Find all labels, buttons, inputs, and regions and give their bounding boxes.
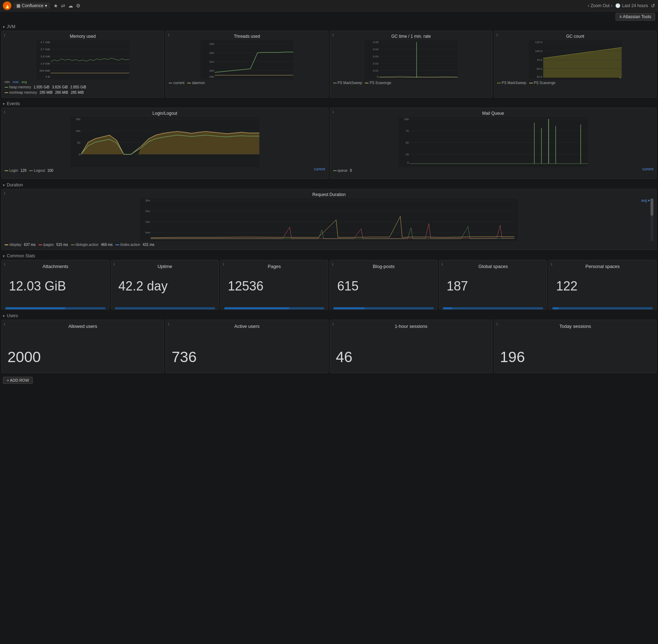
atlassian-tools-button[interactable]: ≡ Atlassian Tools bbox=[616, 13, 656, 21]
svg-rect-12 bbox=[200, 40, 293, 79]
jvm-section-header[interactable]: ▾ JVM bbox=[0, 22, 658, 31]
gc-time-info-icon[interactable]: ℹ bbox=[332, 33, 334, 37]
svg-text:25: 25 bbox=[405, 153, 409, 156]
mail-info-icon[interactable]: ℹ bbox=[332, 110, 334, 114]
threads-used-title: Threads used bbox=[169, 34, 325, 39]
refresh-button[interactable]: ↺ bbox=[651, 3, 655, 9]
duration-chart: 30s 20s 10s 0ns bbox=[5, 199, 653, 241]
hour-sessions-title: 1-hour sessions bbox=[334, 324, 489, 329]
gc-time-panel: ℹ GC time / 1 min. rate 0.05 0.04 0.03 0… bbox=[330, 31, 493, 98]
uptime-title: Uptime bbox=[115, 264, 215, 269]
personal-spaces-info-icon[interactable]: ℹ bbox=[551, 262, 552, 266]
duration-avg-button[interactable]: avg ▾ bbox=[641, 199, 650, 202]
zoom-out-label: Zoom Out bbox=[591, 3, 609, 8]
global-spaces-value: 187 bbox=[443, 279, 543, 294]
svg-text:75 K: 75 K bbox=[536, 58, 542, 62]
svg-text:0: 0 bbox=[79, 153, 81, 156]
gc-count-legend: PS MarkSweep PS Scavenge bbox=[497, 81, 653, 85]
duration-legend: /display 637 ms /pages 515 ms /dologin.a… bbox=[5, 243, 653, 247]
index-legend-label: /index.action bbox=[120, 243, 140, 247]
star-icon[interactable]: ★ bbox=[53, 3, 58, 9]
atlassian-bar: ≡ Atlassian Tools bbox=[0, 11, 658, 22]
events-section-label: Events bbox=[7, 101, 20, 106]
svg-rect-22 bbox=[365, 40, 458, 79]
active-users-value: 736 bbox=[169, 349, 324, 366]
svg-text:125 K: 125 K bbox=[535, 41, 543, 44]
pages-info-icon[interactable]: ℹ bbox=[223, 262, 224, 266]
duration-info-icon[interactable]: ℹ bbox=[4, 191, 5, 195]
attachments-info-icon[interactable]: ℹ bbox=[4, 262, 5, 266]
pages-title: Pages bbox=[224, 264, 325, 269]
personal-spaces-bar bbox=[552, 307, 653, 309]
gc-count-info-icon[interactable]: ℹ bbox=[496, 33, 498, 37]
users-panels-row: ℹ Allowed users 2000 ℹ Active users 736 … bbox=[0, 320, 658, 375]
attachments-panel: ℹ Attachments 12.03 GiB bbox=[1, 260, 109, 310]
svg-text:3.7 GiB: 3.7 GiB bbox=[40, 48, 50, 51]
time-range-picker[interactable]: 🕐 Last 24 hours bbox=[615, 3, 648, 8]
svg-text:30s: 30s bbox=[146, 199, 150, 202]
duration-section-header[interactable]: ▾ Duration bbox=[0, 180, 658, 189]
display-legend-label: /display bbox=[9, 243, 21, 247]
allowed-users-panel: ℹ Allowed users 2000 bbox=[1, 320, 164, 373]
users-section-header[interactable]: ▾ Users bbox=[0, 311, 658, 320]
blogposts-bar bbox=[333, 307, 434, 309]
memory-info-icon[interactable]: ℹ bbox=[4, 33, 5, 37]
common-stats-section-label: Common Stats bbox=[7, 253, 35, 258]
global-spaces-info-icon[interactable]: ℹ bbox=[442, 262, 443, 266]
svg-text:310: 310 bbox=[209, 60, 214, 63]
svg-text:0 B: 0 B bbox=[46, 75, 50, 78]
today-sessions-info-icon[interactable]: ℹ bbox=[496, 322, 498, 326]
memory-used-chart: 4.7 GiB 3.7 GiB 2.8 GiB 1.9 GiB 954 MiB … bbox=[5, 40, 161, 79]
blogposts-info-icon[interactable]: ℹ bbox=[332, 262, 333, 266]
app-switcher[interactable]: ▦ Confluence ▾ bbox=[14, 2, 50, 9]
hour-sessions-panel: ℹ 1-hour sessions 46 bbox=[330, 320, 493, 373]
duration-title: Request Duration bbox=[5, 192, 653, 197]
gc-count-chart: 125 K 100 K 75 K 50 K 25 K 0 bbox=[497, 40, 653, 79]
svg-text:50 K: 50 K bbox=[536, 67, 542, 71]
hour-sessions-value: 46 bbox=[334, 349, 489, 366]
mail-current-label: current bbox=[642, 167, 653, 171]
pages-value: 12536 bbox=[224, 279, 325, 294]
svg-text:100: 100 bbox=[76, 129, 81, 133]
gc-count-panel: ℹ GC count 125 K 100 K 75 K 50 K 25 K 0 … bbox=[494, 31, 657, 98]
app-dropdown-icon: ▾ bbox=[45, 3, 47, 8]
settings-icon[interactable]: ⚙ bbox=[76, 3, 81, 9]
threads-info-icon[interactable]: ℹ bbox=[168, 33, 169, 37]
app-logo[interactable]: 🔥 bbox=[3, 1, 11, 10]
svg-rect-72 bbox=[140, 199, 518, 241]
svg-text:100 K: 100 K bbox=[535, 50, 543, 53]
svg-text:0: 0 bbox=[619, 76, 621, 79]
gc-count-marksweep-label: PS MarkSweep bbox=[502, 81, 526, 85]
mail-queue-legend: queue 0 bbox=[333, 169, 352, 172]
active-users-panel: ℹ Active users 736 bbox=[165, 320, 328, 373]
duration-panel: ℹ Request Duration 30s 20s 10s 0ns avg ▾… bbox=[1, 189, 657, 250]
blogposts-panel: ℹ Blog-posts 615 bbox=[330, 260, 438, 310]
gc-time-title: GC time / 1 min. rate bbox=[333, 34, 489, 39]
queue-legend-label: queue bbox=[338, 169, 348, 172]
today-sessions-panel: ℹ Today sessions 196 bbox=[494, 320, 657, 373]
login-logout-chart: 150 100 50 0 bbox=[5, 117, 325, 167]
uptime-info-icon[interactable]: ℹ bbox=[113, 262, 115, 266]
events-section-header[interactable]: ▾ Events bbox=[0, 99, 658, 108]
save-icon[interactable]: ☁ bbox=[68, 3, 73, 9]
svg-text:290: 290 bbox=[209, 75, 214, 78]
login-info-icon[interactable]: ℹ bbox=[4, 110, 5, 114]
share-icon[interactable]: ⇄ bbox=[61, 3, 65, 9]
personal-spaces-value: 122 bbox=[552, 279, 653, 294]
users-section-label: Users bbox=[7, 313, 18, 318]
pages-panel: ℹ Pages 12536 bbox=[220, 260, 328, 310]
hour-sessions-info-icon[interactable]: ℹ bbox=[332, 322, 334, 326]
allowed-users-info-icon[interactable]: ℹ bbox=[4, 322, 5, 326]
global-spaces-title: Global spaces bbox=[443, 264, 543, 269]
add-row-button[interactable]: + ADD ROW bbox=[3, 377, 33, 384]
duration-scrollbar[interactable] bbox=[651, 199, 653, 241]
svg-text:25 K: 25 K bbox=[536, 75, 542, 78]
common-stats-section-header[interactable]: ▾ Common Stats bbox=[0, 251, 658, 260]
svg-text:2.8 GiB: 2.8 GiB bbox=[40, 55, 50, 58]
svg-text:75: 75 bbox=[405, 129, 409, 133]
zoom-out-button[interactable]: ‹ Zoom Out › bbox=[588, 3, 612, 8]
events-panels-row: ℹ Login/Logout 150 100 50 0 Login 129 bbox=[0, 108, 658, 180]
active-users-info-icon[interactable]: ℹ bbox=[168, 322, 169, 326]
svg-rect-57 bbox=[399, 117, 588, 167]
svg-text:50: 50 bbox=[405, 141, 409, 144]
